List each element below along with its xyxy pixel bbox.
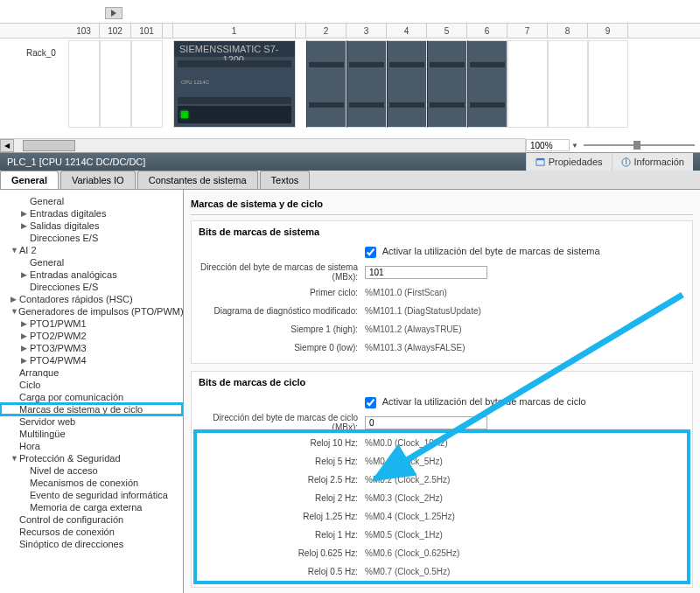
- property-label: Primer ciclo:: [199, 288, 365, 297]
- rack-slot[interactable]: [346, 40, 387, 128]
- rack-slot[interactable]: [427, 40, 467, 128]
- tree-item[interactable]: Marcas de sistema y de ciclo: [0, 403, 183, 415]
- tree-item[interactable]: Nivel de acceso: [0, 464, 183, 477]
- tree-item[interactable]: ▶Entradas analógicas: [0, 269, 183, 281]
- tree-item[interactable]: Ciclo: [0, 379, 183, 391]
- cycle-bits-title: Bits de marcas de ciclo: [199, 377, 685, 387]
- rack-slot[interactable]: SIEMENSSIMATIC S7-1200 CPU 1214C: [173, 40, 296, 128]
- tree-caret-icon: ▶: [21, 209, 30, 218]
- tree-item[interactable]: ▼Generadores de impulsos (PTO/PWM): [0, 305, 183, 317]
- cycle-addr-input[interactable]: [365, 416, 487, 429]
- tree-item[interactable]: ▶PTO4/PWM4: [0, 354, 183, 366]
- tree-item[interactable]: Servidor web: [0, 415, 183, 428]
- slot-header-cell: 102: [100, 24, 131, 38]
- rack-slot[interactable]: [508, 40, 548, 128]
- tab-info[interactable]: i Información: [612, 153, 693, 171]
- property-label: Siempre 1 (high):: [199, 324, 365, 334]
- rack-slot[interactable]: [588, 40, 628, 128]
- tree-item-label: Recursos de conexión: [19, 527, 115, 537]
- system-bits-title: Bits de marcas de sistema: [199, 227, 685, 237]
- tree-item[interactable]: Mecanismos de conexión: [0, 477, 183, 489]
- scroll-thumb[interactable]: [23, 140, 75, 151]
- tree-item-label: Mecanismos de conexión: [30, 478, 138, 488]
- clock-row: Reloj 1.25 Hz:%M0.4 (Clock_1.25Hz): [199, 508, 685, 524]
- system-bits-enable-checkbox[interactable]: [365, 247, 376, 258]
- tree-item[interactable]: ▶Salidas digitales: [0, 220, 183, 232]
- properties-tab[interactable]: Textos: [260, 171, 311, 189]
- tree-item[interactable]: Direcciones E/S: [0, 232, 183, 244]
- tree-item[interactable]: Arranque: [0, 366, 183, 379]
- tree-item[interactable]: Carga por comunicación: [0, 391, 183, 403]
- tree-item[interactable]: General: [0, 256, 183, 269]
- rack-slot[interactable]: [296, 40, 306, 128]
- zoom-controls: ▼: [525, 138, 700, 152]
- tree-item[interactable]: Evento de seguridad informática: [0, 489, 183, 501]
- tree-item-label: Memoria de carga externa: [30, 502, 142, 513]
- clock-value: %M0.6 (Clock_0.625Hz): [365, 548, 685, 558]
- rack-slot[interactable]: [306, 40, 346, 128]
- tree-item[interactable]: Control de configuración: [0, 513, 183, 526]
- tree-item[interactable]: ▼AI 2: [0, 244, 183, 256]
- cycle-bits-enable-checkbox[interactable]: [365, 397, 376, 408]
- tree-item[interactable]: Multilingüe: [0, 428, 183, 440]
- panel-title-bar: PLC_1 [CPU 1214C DC/DC/DC] Propiedades i…: [0, 153, 700, 171]
- tree-item-label: Multilingüe: [19, 429, 66, 439]
- tree-item[interactable]: Hora: [0, 440, 183, 452]
- clock-row: Reloj 0.625 Hz:%M0.6 (Clock_0.625Hz): [199, 545, 685, 561]
- hscrollbar[interactable]: ◀ ▶ ▼: [0, 138, 700, 152]
- zoom-input[interactable]: [526, 139, 570, 151]
- rack-slot[interactable]: [467, 40, 508, 128]
- tree-item[interactable]: Memoria de carga externa: [0, 501, 183, 513]
- slot-header-cell: [163, 24, 173, 38]
- clock-value: %M0.1 (Clock_5Hz): [365, 457, 685, 466]
- property-row: Diagrama de diagnóstico modificado:%M101…: [199, 303, 685, 318]
- slot-header-cell: 3: [346, 24, 387, 38]
- tree-caret-icon: ▶: [21, 344, 30, 352]
- tree-item[interactable]: Recursos de conexión: [0, 526, 183, 538]
- play-button[interactable]: [105, 7, 122, 19]
- properties-tab[interactable]: General: [0, 171, 59, 189]
- clock-row: Reloj 0.5 Hz:%M0.7 (Clock_0.5Hz): [199, 563, 685, 579]
- rack-slot[interactable]: [163, 40, 173, 128]
- tree-caret-icon: ▶: [21, 356, 30, 365]
- properties-tab[interactable]: Variables IO: [60, 171, 136, 189]
- zoom-slider[interactable]: [584, 144, 695, 146]
- tree-item[interactable]: ▶Entradas digitales: [0, 207, 183, 220]
- nav-tree[interactable]: General▶Entradas digitales▶Salidas digit…: [0, 190, 184, 593]
- clock-value: %M0.0 (Clock_10Hz): [365, 438, 685, 448]
- clock-row: Reloj 2.5 Hz:%M0.2 (Clock_2.5Hz): [199, 471, 685, 487]
- svg-rect-1: [536, 159, 544, 164]
- system-bits-enable-label: Activar la utilización del byte de marca…: [382, 246, 600, 256]
- system-addr-label: Dirección del byte de marcas de sistema …: [199, 262, 365, 282]
- tree-item-label: PTO3/PWM3: [30, 343, 87, 353]
- tree-item[interactable]: Direcciones E/S: [0, 281, 183, 293]
- tree-item[interactable]: ▶Contadores rápidos (HSC): [0, 293, 183, 305]
- tree-item-label: PTO4/PWM4: [30, 355, 87, 366]
- tree-item[interactable]: ▶PTO2/PWM2: [0, 330, 183, 342]
- tree-item[interactable]: ▼Protección & Seguridad: [0, 452, 183, 464]
- rack-slot[interactable]: [131, 40, 163, 128]
- rack-slot[interactable]: [100, 40, 131, 128]
- content-area: General▶Entradas digitales▶Salidas digit…: [0, 190, 700, 593]
- slot-header-cell: 6: [467, 24, 508, 38]
- system-addr-input[interactable]: [365, 266, 487, 279]
- rack-slot[interactable]: [548, 40, 588, 128]
- zoom-dropdown-icon[interactable]: ▼: [571, 142, 578, 150]
- panel-tabs-right: Propiedades i Información: [526, 153, 693, 171]
- tree-item[interactable]: ▶PTO3/PWM3: [0, 342, 183, 354]
- tree-item[interactable]: Sinóptico de direcciones: [0, 538, 183, 550]
- slot-header: 103102101123456789: [0, 23, 700, 38]
- scroll-left[interactable]: ◀: [0, 139, 14, 152]
- tree-item[interactable]: ▶PTO1/PWM1: [0, 317, 183, 330]
- rack-slot[interactable]: [387, 40, 427, 128]
- clock-label: Reloj 1.25 Hz:: [199, 512, 365, 521]
- tab-properties[interactable]: Propiedades: [526, 153, 612, 171]
- tree-item-label: Contadores rápidos (HSC): [19, 294, 133, 304]
- rack-slot[interactable]: [68, 40, 100, 128]
- tree-item[interactable]: General: [0, 195, 183, 207]
- clock-label: Reloj 2.5 Hz:: [199, 475, 365, 485]
- properties-tab[interactable]: Constantes de sistema: [137, 171, 258, 189]
- plc-body: CPU 1214C: [174, 57, 295, 127]
- svg-marker-0: [111, 10, 116, 17]
- tree-caret-icon: ▶: [21, 221, 30, 230]
